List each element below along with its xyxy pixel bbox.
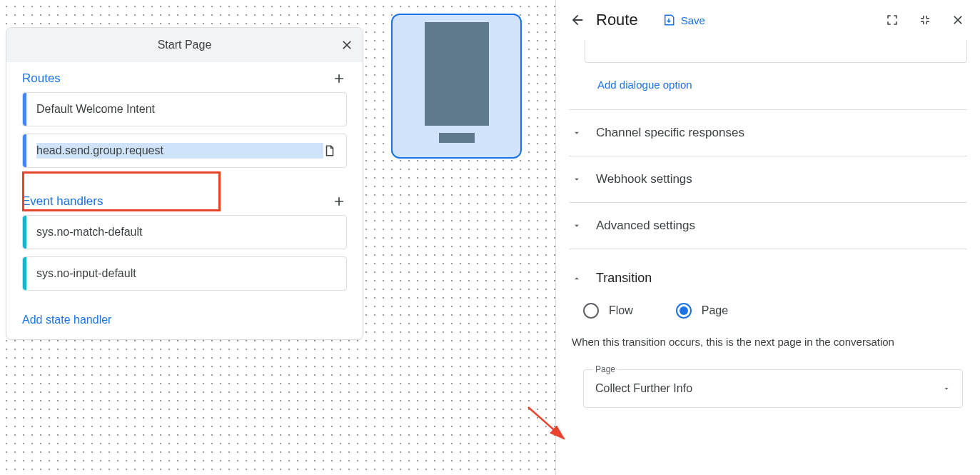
back-button[interactable]: [569, 11, 586, 29]
close-panel-button[interactable]: [949, 11, 967, 29]
route-panel-title: Route: [596, 11, 638, 29]
accordion-label: Channel specific responses: [596, 126, 744, 140]
event-handler-no-input-default[interactable]: sys.no-input-default: [22, 256, 347, 291]
route-item-default-welcome-intent[interactable]: Default Welcome Intent: [22, 92, 347, 126]
fulfillment-field-partial[interactable]: [585, 40, 967, 63]
accordion-label: Advanced settings: [596, 219, 695, 233]
event-handlers-list: sys.no-match-default sys.no-input-defaul…: [6, 215, 363, 308]
radio-flow[interactable]: Flow: [583, 303, 633, 319]
route-bar-indicator: [23, 134, 26, 167]
node-body-placeholder: [425, 22, 489, 126]
node-footer-placeholder: [439, 133, 475, 143]
start-page-title: Start Page: [158, 39, 212, 51]
save-button[interactable]: Save: [662, 14, 705, 26]
select-float-label: Page: [592, 364, 618, 374]
exit-fullscreen-button[interactable]: [916, 11, 934, 29]
accordion-label: Webhook settings: [596, 172, 692, 186]
radio-page[interactable]: Page: [676, 303, 728, 319]
chevron-down-icon: [572, 221, 582, 231]
select-value: Collect Further Info: [595, 382, 942, 395]
route-item-head-send-group-request[interactable]: head.send.group.request: [22, 134, 347, 168]
arrow-left-icon: [570, 12, 585, 28]
event-bar-indicator: [23, 216, 26, 249]
fullscreen-button[interactable]: [883, 11, 901, 29]
start-page-flow-node[interactable]: [391, 14, 522, 159]
radio-circle-checked: [676, 303, 692, 319]
routes-title: Routes: [22, 71, 61, 86]
save-icon: [662, 14, 675, 26]
start-page-header: Start Page: [6, 28, 363, 62]
route-label: head.send.group.request: [36, 143, 323, 159]
event-handlers-section-header: Event handlers: [6, 185, 363, 215]
routes-section-header: Routes: [6, 62, 363, 92]
transition-description: When this transition occurs, this is the…: [570, 336, 966, 348]
route-label: Default Welcome Intent: [36, 103, 336, 116]
plus-icon: [332, 194, 346, 209]
add-route-button[interactable]: [331, 71, 347, 86]
transition-section: Transition Flow Page When this transitio…: [569, 249, 967, 408]
accordion-channel-specific-responses[interactable]: Channel specific responses: [569, 109, 967, 156]
fullscreen-icon: [886, 14, 899, 26]
transition-page-select[interactable]: Page Collect Further Info: [583, 369, 963, 408]
chevron-down-icon: [572, 128, 582, 138]
close-icon: [340, 38, 354, 52]
add-dialogue-option-link[interactable]: Add dialogue option: [569, 79, 967, 109]
plus-icon: [332, 71, 346, 86]
save-button-label: Save: [681, 14, 705, 26]
transition-header[interactable]: Transition: [570, 271, 966, 286]
transition-radio-group: Flow Page: [570, 303, 966, 319]
add-state-handler-link[interactable]: Add state handler: [6, 308, 363, 339]
add-event-handler-button[interactable]: [331, 194, 347, 209]
start-page-panel: Start Page Routes Default Welcome Intent…: [6, 27, 363, 340]
event-handlers-title: Event handlers: [22, 194, 103, 209]
transition-title: Transition: [596, 271, 652, 286]
chevron-down-icon: [572, 174, 582, 184]
route-panel-header: Route Save: [556, 0, 980, 40]
event-handler-label: sys.no-input-default: [36, 267, 336, 280]
route-side-panel: Route Save Add dialogue option Channel s…: [555, 0, 980, 475]
page-icon: [323, 144, 336, 157]
close-start-page-button[interactable]: [338, 36, 355, 54]
dropdown-arrow-icon: [942, 384, 951, 393]
exit-fullscreen-icon: [919, 14, 931, 26]
chevron-up-icon: [572, 274, 582, 284]
routes-list: Default Welcome Intent head.send.group.r…: [6, 92, 363, 185]
radio-circle-unchecked: [583, 303, 599, 319]
event-bar-indicator: [23, 257, 26, 290]
event-handler-no-match-default[interactable]: sys.no-match-default: [22, 215, 347, 249]
route-bar-indicator: [23, 93, 26, 126]
radio-page-label: Page: [702, 304, 728, 317]
radio-flow-label: Flow: [609, 304, 633, 317]
close-icon: [951, 13, 965, 27]
accordion-webhook-settings[interactable]: Webhook settings: [569, 156, 967, 202]
accordion-advanced-settings[interactable]: Advanced settings: [569, 202, 967, 249]
event-handler-label: sys.no-match-default: [36, 226, 336, 239]
